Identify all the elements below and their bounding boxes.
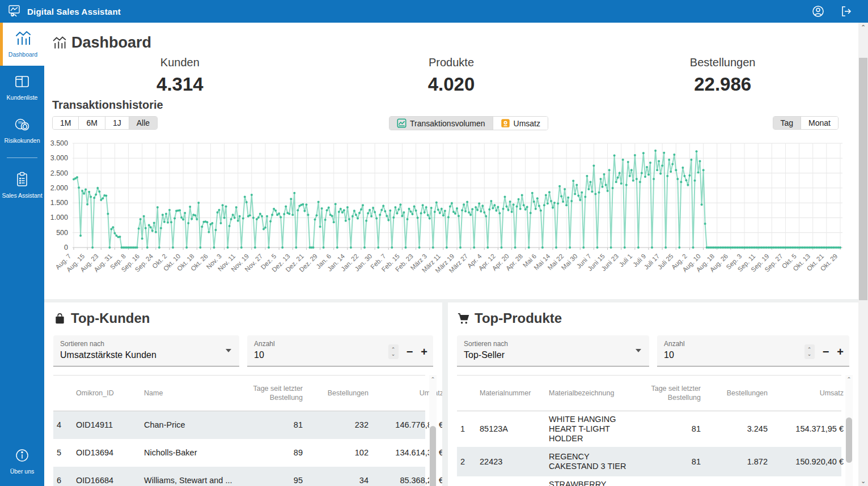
table-cell: OID16684 bbox=[73, 472, 141, 486]
scroll-up-icon[interactable]: ⌃ bbox=[845, 375, 853, 383]
count-decrease-button[interactable]: − bbox=[823, 346, 829, 357]
panel-title: Top-Kunden bbox=[71, 310, 150, 326]
table-cell: Nicholls-Baker bbox=[141, 445, 236, 461]
table-cell: 81 bbox=[236, 417, 306, 433]
range-6m-button[interactable]: 6M bbox=[79, 117, 105, 129]
count-increase-button[interactable]: + bbox=[421, 346, 427, 357]
table-cell: Chan-Price bbox=[141, 417, 236, 433]
table-row[interactable]: 185123AWHITE HANGING HEART T-LIGHT HOLDE… bbox=[457, 411, 841, 447]
table-row[interactable]: 222423REGENCY CAKESTAND 3 TIER811.872150… bbox=[457, 447, 841, 476]
bottom-section: Top-Kunden Sortieren nach Umsatzstärkste… bbox=[44, 299, 858, 486]
toggle-label: Umsatz bbox=[514, 119, 540, 128]
table-cell: 5 bbox=[53, 445, 73, 461]
table-header: MaterialnummerMaterialbezeichnungTage se… bbox=[457, 375, 841, 411]
main-content: Dashboard Kunden 4.314 Produkte 4.020 Be… bbox=[44, 23, 858, 486]
table-row[interactable]: 5OID13694Nicholls-Baker89102134.614,30 € bbox=[53, 439, 425, 467]
column-header: Bestellungen bbox=[704, 385, 771, 401]
table-row[interactable]: 4OID14911Chan-Price81232146.776,86 € bbox=[53, 411, 425, 439]
toggle-umsatz-button[interactable]: Umsatz bbox=[493, 117, 548, 130]
scroll-up-icon[interactable]: ⌃ bbox=[858, 23, 868, 32]
dashboard-title-icon bbox=[52, 36, 67, 50]
sidebar-item-sales-assistant[interactable]: Sales Assistant bbox=[0, 164, 44, 207]
range-1m-button[interactable]: 1M bbox=[53, 117, 79, 129]
history-title: Transaktionshistorie bbox=[52, 99, 858, 112]
logout-icon[interactable] bbox=[840, 5, 853, 18]
table-cell: 4 bbox=[53, 417, 73, 433]
table-cell: OID14911 bbox=[73, 417, 141, 433]
shopping-cart-icon bbox=[457, 312, 470, 325]
top-customers-panel: Top-Kunden Sortieren nach Umsatzstärkste… bbox=[44, 302, 442, 486]
table-cell: 150.920,40 € bbox=[771, 454, 847, 470]
sidebar-item-label: Kundenliste bbox=[7, 94, 38, 101]
transaction-history-chart[interactable]: 05001.0001.5002.0002.5003.0003.500Aug. 7… bbox=[45, 139, 858, 284]
app-title: Digital Sales Assistant bbox=[27, 7, 121, 16]
table-cell: 2 bbox=[457, 454, 476, 470]
toggle-transaktionsvolumen-button[interactable]: Transaktionsvolumen bbox=[389, 117, 493, 130]
table-row[interactable]: 6OID16684Williams, Stewart and ...953485… bbox=[53, 467, 425, 486]
table-cell: REGENCY CAKESTAND 3 TIER bbox=[545, 449, 632, 475]
svg-text:3.500: 3.500 bbox=[50, 139, 68, 147]
column-header: Tage seit letzter Bestellung bbox=[632, 381, 704, 406]
column-header bbox=[53, 390, 73, 397]
svg-text:3.000: 3.000 bbox=[50, 154, 68, 162]
sidebar-item-kundenliste[interactable]: Kundenliste bbox=[0, 66, 44, 109]
column-header: Umsatz bbox=[771, 385, 847, 401]
table-cell: 81 bbox=[632, 454, 704, 470]
table-cell: 232 bbox=[306, 417, 372, 433]
scroll-up-icon[interactable]: ⌃ bbox=[429, 375, 437, 383]
kpi-row: Kunden 4.314 Produkte 4.020 Bestellungen… bbox=[44, 56, 858, 95]
count-decrease-button[interactable]: − bbox=[407, 346, 413, 357]
table-cell: 89 bbox=[236, 445, 306, 461]
kpi-produkte: Produkte 4.020 bbox=[316, 56, 587, 95]
svg-text:2.500: 2.500 bbox=[50, 169, 68, 177]
sidebar: Dashboard Kundenliste 00r Risikokunden S… bbox=[0, 23, 44, 486]
kpi-value: 4.020 bbox=[316, 74, 587, 95]
table-cell: WHITE HANGING HEART T-LIGHT HOLDER bbox=[545, 411, 632, 447]
toggle-label: Transaktionsvolumen bbox=[410, 119, 485, 128]
customers-sort-select[interactable]: Sortieren nach Umsatzstärkste Kunden bbox=[53, 335, 239, 366]
count-stepper[interactable]: ⌃⌄ bbox=[805, 344, 815, 359]
customers-table-scrollbar[interactable]: ⌃ bbox=[429, 375, 437, 486]
account-icon[interactable] bbox=[811, 5, 825, 18]
table-cell: OID13694 bbox=[73, 445, 141, 461]
scrollbar-thumb[interactable] bbox=[859, 58, 867, 300]
line-chart: 05001.0001.5002.0002.5003.0003.500Aug. 7… bbox=[45, 139, 855, 282]
line-chart-icon bbox=[397, 118, 407, 128]
svg-text:1.500: 1.500 bbox=[50, 199, 68, 207]
scroll-down-icon[interactable]: ⌄ bbox=[858, 476, 868, 486]
count-increase-button[interactable]: + bbox=[837, 346, 844, 357]
range-1y-button[interactable]: 1J bbox=[105, 117, 129, 129]
sales-assistant-icon bbox=[14, 171, 31, 188]
panel-title: Top-Produkte bbox=[475, 310, 562, 326]
top-products-table: MaterialnummerMaterialbezeichnungTage se… bbox=[457, 375, 841, 486]
table-row[interactable]: 321232STRAWBERRY CERAMIC TRINKET BOX811.… bbox=[457, 476, 841, 486]
granularity-monat-button[interactable]: Monat bbox=[801, 117, 838, 129]
sidebar-item-risikokunden[interactable]: 00r Risikokunden bbox=[0, 109, 44, 152]
table-cell: STRAWBERRY CERAMIC TRINKET BOX bbox=[545, 476, 632, 486]
granularity-tag-button[interactable]: Tag bbox=[773, 117, 802, 129]
sort-label: Sortieren nach bbox=[60, 340, 232, 348]
customers-count-input[interactable]: Anzahl 10 ⌃⌄ − + bbox=[247, 335, 433, 366]
granularity-button-group: Tag Monat bbox=[773, 116, 839, 130]
sidebar-item-about[interactable]: Über uns bbox=[0, 440, 44, 483]
page-title: Dashboard bbox=[71, 34, 151, 52]
sidebar-item-label: Über uns bbox=[10, 468, 35, 475]
info-icon bbox=[14, 447, 31, 464]
products-count-input[interactable]: Anzahl 10 ⌃⌄ − + bbox=[657, 335, 849, 366]
svg-text:0: 0 bbox=[64, 244, 68, 251]
table-cell: 6 bbox=[53, 472, 73, 486]
page-scrollbar[interactable]: ⌃ ⌄ bbox=[858, 23, 868, 486]
top-customers-table: Omikron_IDNameTage seit letzter Bestellu… bbox=[53, 375, 425, 486]
table-cell: 81 bbox=[632, 421, 704, 437]
dashboard-icon bbox=[15, 30, 32, 47]
range-all-button[interactable]: Alle bbox=[129, 117, 157, 129]
sidebar-divider bbox=[7, 157, 37, 158]
sidebar-item-dashboard[interactable]: Dashboard bbox=[0, 23, 44, 66]
products-table-scrollbar[interactable]: ⌃ bbox=[845, 375, 853, 486]
customer-list-icon bbox=[14, 73, 31, 90]
sidebar-item-label: Dashboard bbox=[9, 51, 37, 58]
kpi-kunden: Kunden 4.314 bbox=[44, 56, 316, 95]
products-sort-select[interactable]: Sortieren nach Top-Seller bbox=[457, 335, 649, 366]
sort-value: Top-Seller bbox=[464, 350, 642, 360]
count-stepper[interactable]: ⌃⌄ bbox=[388, 344, 399, 359]
